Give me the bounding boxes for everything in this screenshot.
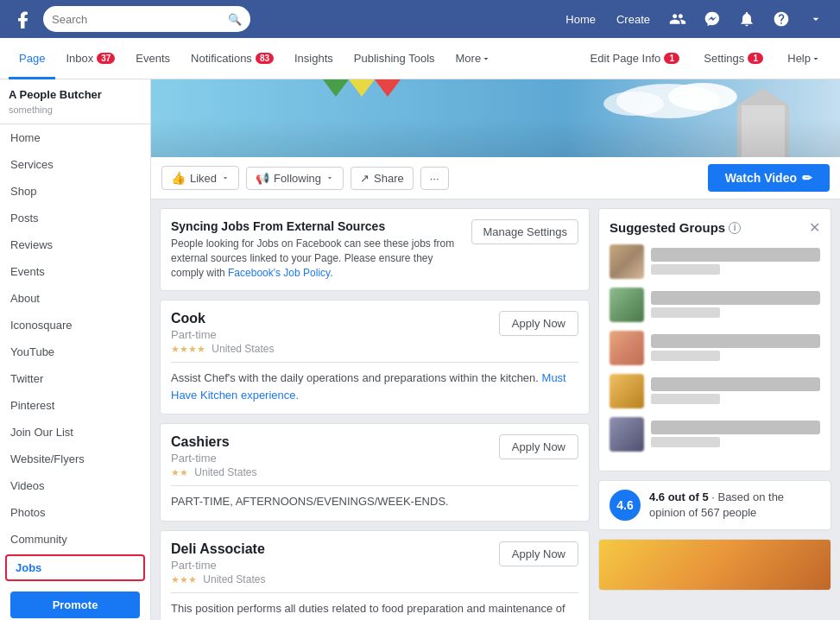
job-card-header: Deli Associate Part-time ★★★ United Stat… <box>161 531 589 592</box>
job-type: Part-time <box>171 452 256 465</box>
suggested-groups-title: Suggested Groups i <box>609 220 741 235</box>
share-icon: ↗ <box>360 172 369 185</box>
job-type: Part-time <box>171 328 274 341</box>
sidebar-item-pinterest[interactable]: Pinterest <box>0 392 150 419</box>
apply-now-button-deli[interactable]: Apply Now <box>499 541 578 566</box>
settings-badge: 1 <box>748 53 763 64</box>
job-policy-link[interactable]: Facebook's Job Policy <box>228 267 330 279</box>
sidebar-item-community[interactable]: Community <box>0 526 150 553</box>
manage-settings-button[interactable]: Manage Settings <box>471 219 578 244</box>
job-info: Cashiers Part-time ★★ United States <box>171 434 256 478</box>
food-thumbnail <box>598 539 831 591</box>
svg-marker-6 <box>323 79 349 97</box>
action-bar: 👍 Liked 📢 Following ↗ Share ··· Watch Vi… <box>151 157 840 199</box>
star-rating: ★★ <box>171 467 188 478</box>
nav-page[interactable]: Page <box>9 38 55 79</box>
sidebar-item-website-flyers[interactable]: Website/Flyers <box>0 446 150 472</box>
notifications-badge: 83 <box>256 53 274 64</box>
messenger-icon[interactable] <box>697 3 728 35</box>
suggested-group-item[interactable] <box>609 417 820 452</box>
nav-settings[interactable]: Settings 1 <box>693 38 774 79</box>
close-suggested-groups-button[interactable]: ✕ <box>809 219 820 236</box>
group-meta <box>651 264 720 275</box>
nav-more[interactable]: More <box>445 38 502 79</box>
sidebar-item-services[interactable]: Services <box>0 151 150 178</box>
group-meta <box>651 307 720 318</box>
page-nav-right-group: Edit Page Info 1 Settings 1 Help <box>580 38 831 79</box>
liked-button[interactable]: 👍 Liked <box>161 166 239 190</box>
more-button[interactable]: ··· <box>420 167 449 190</box>
home-link[interactable]: Home <box>557 8 604 31</box>
job-description-cook: Assist Chef's with the daily operations … <box>161 363 589 414</box>
suggested-group-item[interactable] <box>609 244 820 279</box>
cover-image <box>151 79 840 157</box>
suggested-group-item[interactable] <box>609 374 820 408</box>
sidebar-item-posts[interactable]: Posts <box>0 205 150 231</box>
nav-notifications[interactable]: Notifications 83 <box>180 38 284 79</box>
apply-now-button-cashiers[interactable]: Apply Now <box>499 434 578 459</box>
help-icon[interactable] <box>766 3 797 35</box>
sidebar-item-photos[interactable]: Photos <box>0 499 150 526</box>
sidebar-item-reviews[interactable]: Reviews <box>0 231 150 258</box>
group-info <box>651 248 820 275</box>
nav-publishing-tools[interactable]: Publishing Tools <box>344 38 445 79</box>
suggested-group-item[interactable] <box>609 288 820 322</box>
job-type: Part-time <box>171 559 265 572</box>
group-info <box>651 377 820 405</box>
search-icon: 🔍 <box>228 13 242 26</box>
svg-point-2 <box>668 83 737 111</box>
nav-edit-page-info[interactable]: Edit Page Info 1 <box>580 38 691 79</box>
job-title: Cook <box>171 311 274 326</box>
nav-insights[interactable]: Insights <box>284 38 344 79</box>
sidebar-item-shop[interactable]: Shop <box>0 178 150 205</box>
group-info <box>651 334 820 362</box>
create-link[interactable]: Create <box>608 8 659 31</box>
nav-inbox[interactable]: Inbox 37 <box>55 38 125 79</box>
job-highlight: Must Have Kitchen experience. <box>171 371 566 402</box>
job-location: ★★ United States <box>171 466 256 478</box>
following-icon: 📢 <box>256 172 269 185</box>
job-info: Deli Associate Part-time ★★★ United Stat… <box>171 541 265 585</box>
group-info <box>651 421 820 448</box>
share-button[interactable]: ↗ Share <box>351 167 414 190</box>
sidebar-item-events[interactable]: Events <box>0 258 150 285</box>
sidebar-item-twitter[interactable]: Twitter <box>0 365 150 392</box>
nav-events[interactable]: Events <box>125 38 180 79</box>
sidebar-item-join-our-list[interactable]: Join Our List <box>0 419 150 446</box>
sidebar-item-about[interactable]: About <box>0 285 150 312</box>
search-bar[interactable]: 🔍 <box>43 6 250 32</box>
sidebar-item-iconosquare[interactable]: Iconosquare <box>0 312 150 338</box>
svg-point-3 <box>603 92 664 116</box>
chevron-down-icon[interactable] <box>800 3 831 35</box>
following-button[interactable]: 📢 Following <box>246 167 344 190</box>
food-image <box>599 540 831 590</box>
group-meta <box>651 351 720 361</box>
facebook-logo[interactable] <box>9 4 38 34</box>
job-location: ★★★★ United States <box>171 343 274 355</box>
content-area: 👍 Liked 📢 Following ↗ Share ··· Watch Vi… <box>151 79 840 620</box>
inbox-badge: 37 <box>97 53 115 64</box>
promote-button[interactable]: Promote <box>10 592 140 618</box>
pencil-icon: ✏ <box>802 171 812 185</box>
job-info: Cook Part-time ★★★★ United States <box>171 311 274 355</box>
sidebar-item-jobs[interactable]: Jobs <box>5 554 145 581</box>
job-description-deli: This position performs all duties relate… <box>161 593 589 620</box>
page-profile-info: A People Butcher something <box>0 79 150 124</box>
people-icon[interactable] <box>662 3 693 35</box>
apply-now-button-cook[interactable]: Apply Now <box>499 311 578 336</box>
sidebar-item-home[interactable]: Home <box>0 124 150 151</box>
search-input[interactable] <box>52 13 228 26</box>
job-card-cashiers: Cashiers Part-time ★★ United States Appl… <box>160 423 590 522</box>
sidebar-item-videos[interactable]: Videos <box>0 472 150 499</box>
info-icon[interactable]: i <box>729 222 741 234</box>
thumbs-up-icon: 👍 <box>171 171 186 185</box>
sidebar-item-youtube[interactable]: YouTube <box>0 338 150 365</box>
left-sidebar: A People Butcher something Home Services… <box>0 79 151 620</box>
watch-video-button[interactable]: Watch Video ✏ <box>708 164 830 192</box>
bell-icon[interactable] <box>731 3 762 35</box>
jobs-sidebar: Suggested Groups i ✕ <box>598 208 831 620</box>
group-info <box>651 291 820 319</box>
suggested-group-item[interactable] <box>609 331 820 365</box>
nav-help[interactable]: Help <box>777 38 831 79</box>
page-sub: something <box>9 104 142 115</box>
